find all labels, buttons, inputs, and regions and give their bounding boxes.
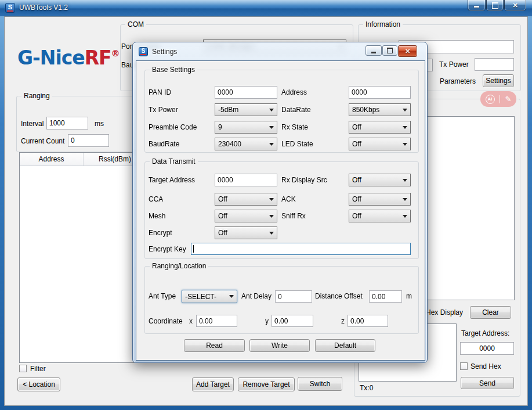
tx-power-info-field[interactable] (475, 58, 514, 71)
baudrate-label: BaudRate (149, 140, 179, 148)
pan-id-input[interactable] (215, 86, 277, 99)
ant-type-value: -SELECT- (185, 293, 216, 301)
rx-display-src-select[interactable]: Off (349, 174, 411, 186)
titlebar-gloss (0, 0, 532, 6)
settings-dialog: S Settings ✕ Base Settings PAN ID Addres… (132, 42, 428, 363)
dlg-target-address-label: Target Address (149, 176, 195, 184)
data-transmit-title: Data Transmit (150, 157, 198, 166)
tx-power-select[interactable]: -5dBm (215, 103, 277, 116)
close-button[interactable]: ✕ (504, 0, 526, 11)
write-button[interactable]: Write (249, 339, 310, 352)
clear-button[interactable]: Clear (470, 306, 511, 319)
sniff-rx-select[interactable]: Off (349, 210, 411, 222)
address-column-header[interactable]: Address (20, 153, 84, 166)
preamble-code-value: 9 (218, 123, 222, 131)
ranging-group-title: Ranging (21, 92, 52, 100)
dialog-close-icon: ✕ (405, 48, 410, 55)
ant-type-select[interactable]: -SELECT- (182, 290, 237, 303)
dialog-app-icon: S (139, 47, 148, 56)
switch-button[interactable]: Switch (298, 377, 342, 391)
filter-label: Filter (30, 365, 46, 373)
interval-unit-label: ms (95, 120, 104, 128)
chevron-down-icon (269, 215, 274, 218)
chevron-down-icon (403, 215, 407, 218)
coordinate-x-label: x (189, 317, 193, 325)
target-address-label: Target Address: (461, 329, 509, 337)
coordinate-y-label: y (265, 317, 269, 325)
rx-state-select[interactable]: Off (349, 121, 411, 134)
rx-state-value: Off (352, 123, 361, 131)
led-state-select[interactable]: Off (349, 138, 411, 150)
dialog-minimize-button[interactable] (365, 45, 382, 56)
add-target-button[interactable]: Add Target (192, 377, 234, 391)
chevron-down-icon (269, 143, 274, 146)
window-titlebar[interactable]: S UWBTools V1.2 (0, 0, 532, 16)
coordinate-z-label: z (341, 317, 345, 325)
tx-count-label: Tx:0 (360, 384, 373, 392)
send-hex-label: Send Hex (471, 362, 501, 371)
ack-select[interactable]: Off (349, 193, 411, 206)
rx-display-src-label: Rx Display Src (281, 176, 327, 184)
coordinate-z-input[interactable] (348, 315, 388, 327)
default-button[interactable]: Default (315, 339, 375, 352)
preamble-code-select[interactable]: 9 (215, 121, 277, 134)
hex-display-label: Hex Display (426, 308, 463, 317)
interval-input[interactable] (46, 117, 88, 130)
cca-select[interactable]: Off (215, 193, 277, 206)
pan-id-label: PAN ID (149, 88, 171, 96)
address-input[interactable] (349, 86, 411, 99)
location-button[interactable]: < Location (17, 377, 60, 391)
cca-value: Off (218, 195, 227, 203)
dialog-close-button[interactable]: ✕ (398, 45, 417, 57)
parameters-settings-button[interactable]: Settings (483, 74, 514, 87)
datarate-select[interactable]: 850Kbps (349, 103, 411, 116)
coordinate-x-input[interactable] (196, 315, 237, 327)
mesh-value: Off (218, 212, 227, 220)
sniff-rx-value: Off (352, 212, 361, 220)
send-button[interactable]: Send (461, 377, 514, 389)
remove-target-button[interactable]: Remove Target (238, 377, 295, 391)
ranging-table: Address Rssi(dBm) (19, 152, 147, 363)
dialog-maximize-button[interactable] (382, 45, 397, 56)
sniff-rx-label: Sniff Rx (281, 212, 306, 220)
chevron-down-icon (403, 143, 407, 146)
cca-label: CCA (149, 195, 163, 203)
edit-pencil-icon: ✎ (505, 95, 512, 103)
chevron-down-icon (269, 109, 274, 112)
dialog-minimize-icon (371, 52, 376, 53)
read-button[interactable]: Read (184, 339, 245, 352)
mesh-select[interactable]: Off (215, 210, 277, 222)
ai-watermark: AI ✎ (480, 91, 516, 107)
filter-checkbox[interactable] (19, 365, 27, 372)
encrypt-select[interactable]: Off (215, 226, 277, 239)
information-group-title: Information (363, 20, 403, 28)
chevron-down-icon (269, 232, 274, 235)
window-title: UWBTools V1.2 (19, 3, 68, 12)
encrypt-key-input[interactable] (191, 243, 411, 255)
tx-power-value: -5dBm (218, 106, 238, 114)
app-icon: S (5, 3, 15, 13)
coordinate-y-input[interactable] (272, 315, 313, 327)
send-hex-checkbox[interactable] (460, 362, 468, 370)
minimize-button[interactable] (468, 0, 486, 11)
maximize-button[interactable] (486, 0, 504, 11)
current-count-input[interactable] (68, 134, 109, 147)
dlg-target-address-input[interactable] (215, 174, 277, 186)
baudrate-select[interactable]: 230400 (215, 138, 277, 150)
brand-logo: G-NiceRF® (17, 46, 120, 69)
interval-label: Interval (21, 120, 44, 128)
tx-power-info-label: Tx Power (439, 60, 469, 69)
chevron-down-icon (403, 198, 407, 201)
registered-mark: ® (111, 48, 120, 59)
watermark-divider (500, 95, 500, 103)
parameters-label: Parameters (440, 77, 476, 85)
encrypt-value: Off (218, 229, 227, 237)
rx-state-label: Rx State (281, 123, 308, 131)
baudrate-value: 230400 (218, 140, 241, 148)
mesh-label: Mesh (149, 212, 165, 220)
target-address-input[interactable] (460, 342, 514, 355)
distance-offset-input[interactable] (369, 290, 402, 303)
ant-delay-input[interactable] (275, 290, 312, 303)
datarate-value: 850Kbps (352, 106, 379, 114)
maximize-icon (492, 2, 498, 9)
